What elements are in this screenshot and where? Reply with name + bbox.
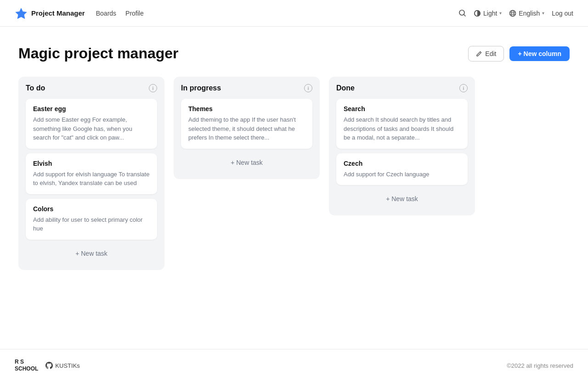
card-title: Easter egg	[33, 105, 150, 112]
footer-logo-line1: R S	[15, 359, 38, 366]
theme-icon	[474, 10, 481, 17]
column-info-icon-todo[interactable]: i	[149, 84, 157, 92]
card-description: Add support for Czech language	[344, 170, 460, 179]
language-dropdown-arrow: ▾	[542, 11, 544, 16]
globe-icon	[509, 10, 516, 17]
header-actions: Edit + New column	[468, 46, 570, 62]
column-header-done: Donei	[336, 84, 468, 92]
nav-boards-link[interactable]: Boards	[96, 10, 116, 17]
column-info-icon-done[interactable]: i	[459, 84, 468, 92]
new-task-button-todo[interactable]: + New task	[26, 244, 157, 263]
footer-kustiks-label: KUSTIKs	[55, 362, 79, 369]
new-task-button-done[interactable]: + New task	[336, 190, 468, 208]
nav-right: Light ▾ English ▾ Log out	[458, 9, 573, 17]
nav-profile-link[interactable]: Profile	[125, 10, 144, 17]
new-column-button[interactable]: + New column	[509, 46, 570, 61]
table-row[interactable]: ThemesAdd theming to the app If the user…	[181, 99, 312, 149]
page-header: Magic project manager Edit + New column	[18, 45, 570, 62]
footer: R S SCHOOL KUSTIKs ©2022 all rights rese…	[0, 349, 588, 382]
edit-label: Edit	[485, 50, 496, 57]
navbar: Project Manager Boards Profile Light ▾	[0, 0, 588, 27]
page-title: Magic project manager	[18, 45, 179, 62]
new-task-button-in-progress[interactable]: + New task	[181, 153, 312, 172]
column-title-todo: To do	[26, 84, 45, 92]
footer-logo: R S SCHOOL	[15, 359, 38, 373]
footer-kustiks-link[interactable]: KUSTIKs	[45, 362, 79, 369]
search-button[interactable]	[458, 9, 466, 17]
nav-logo-text: Project Manager	[31, 9, 85, 17]
column-in-progress: In progressiThemesAdd theming to the app…	[174, 77, 320, 179]
column-header-in-progress: In progressi	[181, 84, 312, 92]
footer-left: R S SCHOOL KUSTIKs	[15, 359, 80, 373]
column-done: DoneiSearchAdd search It should search b…	[329, 77, 475, 215]
theme-button[interactable]: Light ▾	[474, 10, 502, 17]
svg-marker-0	[16, 8, 27, 19]
footer-logo-line2: SCHOOL	[15, 365, 38, 373]
svg-point-4	[510, 10, 516, 16]
card-title: Czech	[344, 160, 460, 167]
card-description: Add ability for user to select primary c…	[33, 215, 150, 233]
table-row[interactable]: ElvishAdd support for elvish language To…	[26, 153, 157, 194]
card-description: Add some Easter egg For example, somethi…	[33, 115, 150, 142]
edit-icon	[476, 51, 482, 57]
column-info-icon-in-progress[interactable]: i	[304, 84, 312, 92]
card-description: Add theming to the app If the user hasn'…	[188, 115, 305, 142]
card-title: Search	[344, 105, 460, 112]
card-title: Colors	[33, 205, 150, 213]
logo-icon	[15, 7, 28, 20]
nav-logo[interactable]: Project Manager	[15, 7, 85, 20]
logout-button[interactable]: Log out	[552, 10, 573, 17]
column-header-todo: To doi	[26, 84, 157, 92]
svg-point-5	[512, 10, 514, 16]
column-todo: To doiEaster eggAdd some Easter egg For …	[18, 77, 164, 270]
svg-line-2	[464, 15, 466, 17]
table-row[interactable]: CzechAdd support for Czech language	[336, 153, 468, 185]
search-icon	[458, 9, 466, 17]
card-title: Themes	[188, 105, 305, 112]
main-content: Magic project manager Edit + New column …	[0, 27, 588, 349]
card-description: Add search It should search by titles an…	[344, 115, 460, 142]
board: To doiEaster eggAdd some Easter egg For …	[18, 77, 570, 270]
github-icon	[45, 362, 53, 369]
language-label: English	[519, 10, 540, 17]
edit-button[interactable]: Edit	[468, 46, 504, 62]
table-row[interactable]: ColorsAdd ability for user to select pri…	[26, 199, 157, 240]
theme-dropdown-arrow: ▾	[499, 11, 502, 16]
footer-copyright: ©2022 all rights reserved	[507, 362, 573, 369]
column-title-done: Done	[336, 84, 355, 92]
table-row[interactable]: Easter eggAdd some Easter egg For exampl…	[26, 99, 157, 149]
card-title: Elvish	[33, 160, 150, 167]
language-button[interactable]: English ▾	[509, 10, 544, 17]
column-title-in-progress: In progress	[181, 84, 221, 92]
card-description: Add support for elvish language To trans…	[33, 170, 150, 188]
theme-label: Light	[483, 10, 497, 17]
table-row[interactable]: SearchAdd search It should search by tit…	[336, 99, 468, 149]
